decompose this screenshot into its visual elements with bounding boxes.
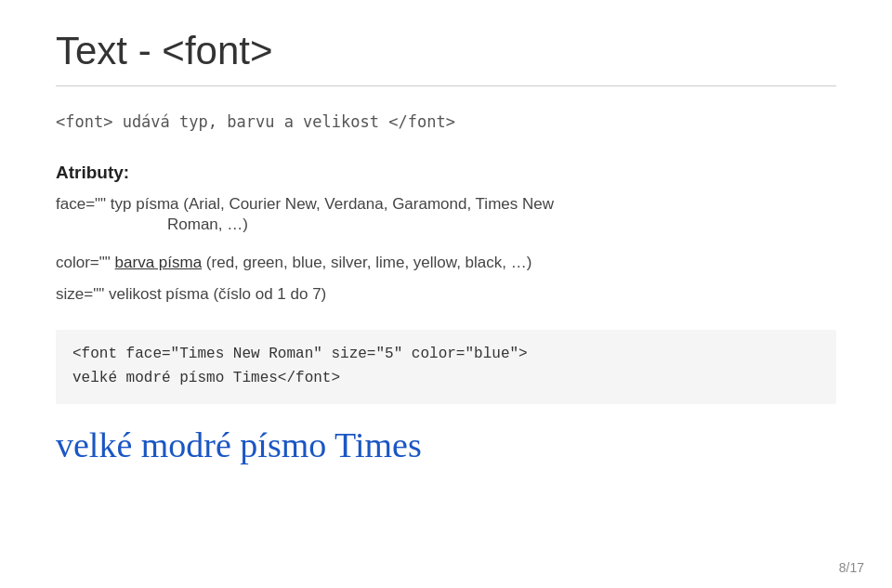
attributes-label: Atributy: [56, 163, 836, 183]
page-number: 8/17 [839, 560, 864, 575]
code-line-2: velké modré písmo Times</font> [72, 367, 820, 391]
subtitle-line: <font> udává typ, barvu a velikost </fon… [56, 112, 836, 131]
face-attribute-line: face="" typ písma (Arial, Courier New, V… [56, 192, 836, 243]
slide-content: <font> udává typ, barvu a velikost </fon… [56, 94, 836, 551]
code-block: <font face="Times New Roman" size="5" co… [56, 330, 836, 403]
face-attr-indent: Roman, …) [56, 213, 836, 237]
size-attribute-line: size="" velikost písma (číslo od 1 do 7) [56, 282, 836, 307]
color-attribute-line: color="" barva písma (red, green, blue, … [56, 251, 836, 275]
code-line-1: <font face="Times New Roman" size="5" co… [72, 343, 820, 367]
color-attr-underline: barva písma [115, 254, 203, 271]
demo-text: velké modré písmo Times [56, 425, 836, 465]
slide-container: Text - <font> <font> udává typ, barvu a … [0, 0, 892, 588]
attributes-block: Atributy: face="" typ písma (Arial, Cour… [56, 157, 836, 313]
slide-title: Text - <font> [56, 28, 836, 86]
color-attr-prefix: color="" [56, 254, 115, 271]
color-attr-suffix: (red, green, blue, silver, lime, yellow,… [202, 254, 531, 271]
